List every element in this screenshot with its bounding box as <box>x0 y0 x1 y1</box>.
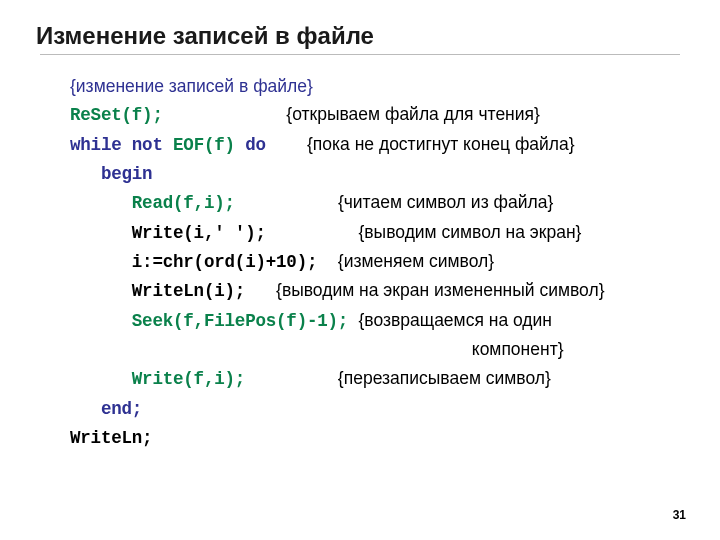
line-writeln1: WriteLn(i); {выводим на экран измененный… <box>70 276 680 305</box>
kw-begin: begin <box>101 164 153 184</box>
page-number: 31 <box>673 508 686 522</box>
comment-write2: {перезаписываем символ} <box>338 368 551 388</box>
slide-title: Изменение записей в файле <box>0 22 720 50</box>
comment-read: {читаем символ из файла} <box>338 192 553 212</box>
line-seek: Seek(f,FilePos(f)-1); {возвращаемся на о… <box>70 306 680 335</box>
comment-seek2: компонент} <box>472 339 564 359</box>
call-seek: Seek(f,FilePos(f)-1); <box>132 311 348 331</box>
comment-text: {изменение записей в файле} <box>70 76 313 96</box>
comment-writeln1: {выводим на экран измененный символ} <box>276 280 604 300</box>
call-read: Read(f,i); <box>132 193 235 213</box>
line-comment-1: {изменение записей в файле} <box>70 72 680 100</box>
comment-write1: {выводим символ на экран} <box>358 222 581 242</box>
kw-not: not <box>132 135 173 155</box>
comment-reset: {открываем файла для чтения} <box>286 104 540 124</box>
line-assign: i:=chr(ord(i)+10); {изменяем символ} <box>70 247 680 276</box>
line-end: end; <box>70 394 680 423</box>
line-writeln2: WriteLn; <box>70 423 680 452</box>
code-writeln1: WriteLn(i); <box>132 281 245 301</box>
line-write1: Write(i,' '); {выводим символ на экран} <box>70 218 680 247</box>
line-read: Read(f,i); {читаем символ из файла} <box>70 188 680 217</box>
comment-while: {пока не достигнут конец файла} <box>307 134 575 154</box>
code-assign: i:=chr(ord(i)+10); <box>132 252 317 272</box>
line-write2: Write(f,i); {перезаписываем символ} <box>70 364 680 393</box>
kw-do: do <box>235 135 266 155</box>
code-reset: ReSet(f); <box>70 105 163 125</box>
line-begin: begin <box>70 159 680 188</box>
line-reset: ReSet(f); {открываем файла для чтения} <box>70 100 680 129</box>
line-while: while not EOF(f) do {пока не достигнут к… <box>70 130 680 159</box>
kw-end: end; <box>101 399 142 419</box>
code-block: {изменение записей в файле} ReSet(f); {о… <box>0 56 720 452</box>
line-seek-cont: компонент} <box>70 335 680 364</box>
slide: Изменение записей в файле {изменение зап… <box>0 0 720 540</box>
call-write1: Write(i,' '); <box>132 223 266 243</box>
comment-assign: {изменяем символ} <box>338 251 494 271</box>
call-eof: EOF(f) <box>173 135 235 155</box>
code-writeln2: WriteLn; <box>70 428 152 448</box>
title-divider <box>40 54 680 55</box>
comment-seek: {возвращаемся на один <box>358 310 552 330</box>
call-write2: Write(f,i); <box>132 369 245 389</box>
kw-while: while <box>70 135 132 155</box>
